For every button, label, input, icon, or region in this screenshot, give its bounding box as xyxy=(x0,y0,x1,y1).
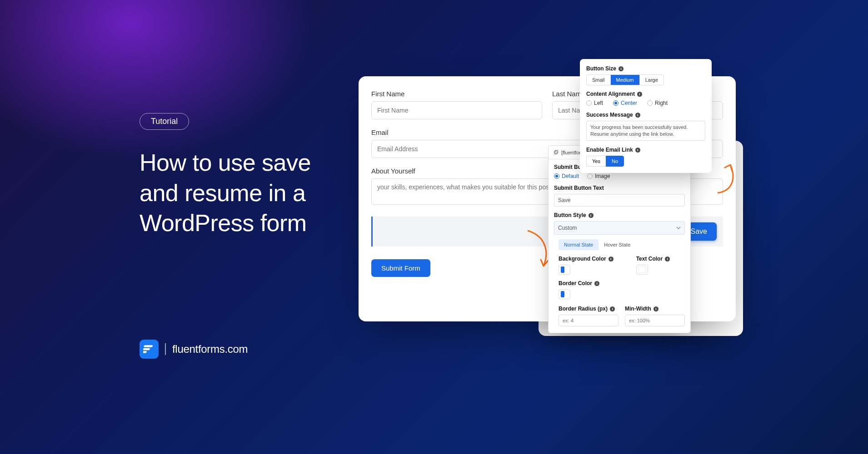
border-color-block: Border Colori xyxy=(559,280,685,299)
align-right[interactable]: Right xyxy=(647,100,668,106)
alignment-label: Content Alignmenti xyxy=(586,91,705,97)
size-small[interactable]: Small xyxy=(587,75,611,85)
submit-button[interactable]: Submit Form xyxy=(371,259,430,277)
submit-text-input[interactable] xyxy=(554,194,685,207)
text-color-block: Text Colori xyxy=(636,256,670,275)
align-left[interactable]: Left xyxy=(586,100,603,106)
brand-text: fluentforms.com xyxy=(172,343,248,355)
tutorial-badge: Tutorial xyxy=(140,113,189,130)
email-link-label: Enable Email Linki xyxy=(586,147,705,153)
info-icon: i xyxy=(589,213,594,218)
chevron-down-icon xyxy=(566,292,568,296)
info-icon: i xyxy=(594,281,599,286)
fluentforms-logo-icon xyxy=(140,340,159,359)
headline-line-3: WordPress form xyxy=(140,208,311,238)
first-name-field: First Name xyxy=(371,90,542,119)
bg-color-swatch[interactable] xyxy=(559,265,570,275)
email-link-toggle: Yes No xyxy=(586,156,705,167)
email-link-yes[interactable]: Yes xyxy=(586,156,606,167)
border-color-swatch[interactable] xyxy=(559,289,570,299)
info-icon: i xyxy=(637,92,642,97)
border-radius-input[interactable] xyxy=(559,315,619,326)
info-icon: i xyxy=(635,148,640,153)
copy-icon xyxy=(553,150,559,155)
alignment-radios: Left Center Right xyxy=(586,100,705,106)
bg-color-block: Background Colori xyxy=(559,256,614,275)
brand-separator xyxy=(165,343,166,355)
first-name-input[interactable] xyxy=(371,101,542,119)
submit-type-radios: Default Image xyxy=(554,173,685,179)
submit-text-label: Submit Button Text xyxy=(554,185,685,191)
info-icon: i xyxy=(619,66,624,71)
headline-line-2: and resume in a xyxy=(140,178,311,208)
info-icon: i xyxy=(665,257,670,262)
settings-panel: [fluentform Submit Buttoni Default Image… xyxy=(548,145,691,333)
info-icon: i xyxy=(635,113,640,118)
tab-hover-state[interactable]: Hover State xyxy=(599,239,636,250)
button-style-label: Button Stylei xyxy=(554,212,685,218)
info-icon: i xyxy=(609,257,614,262)
size-medium[interactable]: Medium xyxy=(611,75,640,85)
radio-image[interactable]: Image xyxy=(587,173,610,179)
top-options-panel: Button Sizei Small Medium Large Content … xyxy=(580,59,712,173)
border-radius-block: Border Radius (px)i xyxy=(559,306,619,326)
radio-default[interactable]: Default xyxy=(554,173,579,179)
tab-normal-state[interactable]: Normal State xyxy=(559,239,599,250)
first-name-label: First Name xyxy=(371,90,542,98)
button-size-label: Button Sizei xyxy=(586,65,705,72)
min-width-block: Min-Widthi xyxy=(625,306,685,326)
brand: fluentforms.com xyxy=(140,340,248,359)
svg-rect-0 xyxy=(144,345,153,347)
page-title: How to use save and resume in a WordPres… xyxy=(140,148,311,238)
info-icon: i xyxy=(653,306,658,311)
chevron-down-icon xyxy=(566,268,568,271)
state-tabs: Normal State Hover State xyxy=(559,239,685,250)
size-segmented: Small Medium Large xyxy=(586,74,664,85)
button-style-select[interactable]: Custom xyxy=(554,221,685,235)
info-icon: i xyxy=(610,306,615,311)
min-width-input[interactable] xyxy=(625,315,685,326)
chevron-down-icon xyxy=(676,226,681,230)
size-large[interactable]: Large xyxy=(640,75,663,85)
success-msg-textarea[interactable]: Your progress has been successfully save… xyxy=(586,121,705,141)
email-link-no[interactable]: No xyxy=(606,156,624,167)
align-center[interactable]: Center xyxy=(613,100,637,106)
svg-rect-1 xyxy=(143,348,150,350)
text-color-swatch[interactable] xyxy=(636,265,648,275)
svg-rect-2 xyxy=(143,351,147,353)
success-msg-label: Success Messagei xyxy=(586,112,705,118)
headline-line-1: How to use save xyxy=(140,148,311,178)
